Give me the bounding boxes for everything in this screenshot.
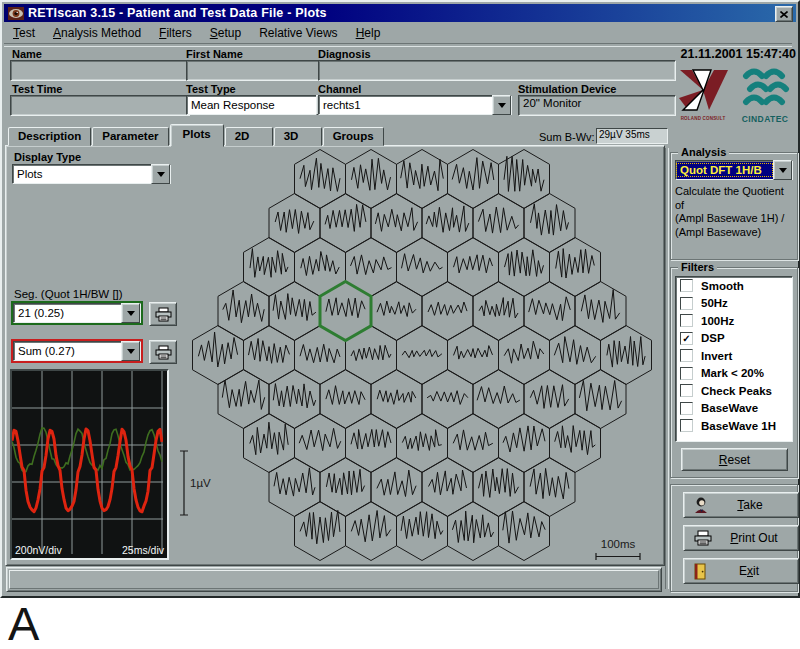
test-type-value: Mean Response bbox=[187, 99, 316, 111]
first-name-label: First Name bbox=[186, 48, 243, 60]
v-scale-bar bbox=[180, 451, 188, 515]
filter-label: 100Hz bbox=[701, 315, 734, 327]
sum-bwv-value: 29µV 35ms bbox=[596, 128, 668, 144]
test-time-field[interactable] bbox=[10, 95, 190, 116]
tab-3d[interactable]: 3D bbox=[274, 127, 322, 146]
filter-mark-20[interactable]: Mark < 20% bbox=[676, 365, 792, 383]
menu-relative-views[interactable]: Relative Views bbox=[250, 25, 346, 41]
status-bar-field bbox=[9, 570, 659, 589]
checkbox-icon[interactable] bbox=[680, 279, 693, 292]
test-time-label: Test Time bbox=[12, 83, 62, 95]
menu-test[interactable]: Test bbox=[4, 25, 44, 41]
filter-smooth[interactable]: Smooth bbox=[676, 277, 792, 295]
filter-basewave[interactable]: BaseWave bbox=[676, 400, 792, 418]
filter-label: BaseWave bbox=[701, 402, 758, 414]
stimulation-device-field[interactable]: 20" Monitor bbox=[518, 95, 676, 116]
close-button[interactable] bbox=[775, 6, 793, 22]
checkbox-icon[interactable] bbox=[680, 367, 693, 380]
tab-description[interactable]: Description bbox=[8, 127, 91, 146]
checkbox-icon[interactable] bbox=[680, 402, 693, 415]
name-field[interactable] bbox=[10, 60, 190, 81]
hexagon-plot: 1µV100ms bbox=[172, 145, 666, 563]
segment-select-red[interactable]: Sum (0.27) bbox=[13, 341, 141, 361]
diagnosis-label: Diagnosis bbox=[318, 48, 371, 60]
menu-help[interactable]: Help bbox=[347, 25, 390, 41]
analysis-value: Quot DFT 1H/B bbox=[676, 163, 773, 177]
menu-filters[interactable]: Filters bbox=[150, 25, 201, 41]
cindatec-logo-text: CINDATEC bbox=[735, 114, 795, 124]
scope-plot bbox=[12, 371, 163, 554]
exit-button-label: Exit bbox=[716, 564, 782, 578]
chevron-down-icon[interactable] bbox=[492, 95, 511, 115]
tab-parameter[interactable]: Parameter bbox=[92, 127, 168, 146]
figure-page: RETIscan 3.15 - Patient and Test Data Fi… bbox=[0, 0, 800, 649]
checkbox-icon[interactable] bbox=[680, 419, 693, 432]
chevron-down-icon[interactable] bbox=[121, 341, 140, 361]
take-button[interactable]: Take bbox=[683, 492, 799, 518]
display-type-select[interactable]: Plots bbox=[12, 164, 171, 184]
reset-button[interactable]: Reset bbox=[681, 448, 788, 471]
segment-select-red-wrap: Sum (0.27) bbox=[11, 339, 143, 363]
print-out-button-label: Print Out bbox=[722, 531, 786, 545]
channel-select[interactable]: rechts1 bbox=[318, 95, 512, 115]
h-scale-bar bbox=[596, 553, 640, 560]
h-scale-label: 100ms bbox=[601, 538, 636, 550]
analysis-description: Calculate the Quotient of (Ampl Basewave… bbox=[675, 185, 793, 239]
eye-icon bbox=[8, 7, 24, 20]
channel-label: Channel bbox=[318, 83, 361, 95]
segment-select-green-wrap: 21 (0.25) bbox=[11, 301, 143, 325]
chevron-down-icon[interactable] bbox=[151, 164, 170, 184]
chevron-down-icon[interactable] bbox=[121, 303, 140, 323]
filter-check-peaks[interactable]: Check Peaks bbox=[676, 382, 792, 400]
person-icon bbox=[694, 497, 708, 513]
checkbox-icon[interactable] bbox=[680, 297, 693, 310]
checkbox-icon[interactable]: ✓ bbox=[680, 332, 693, 345]
scope-red-trace bbox=[12, 429, 162, 512]
filters-list[interactable]: Smooth 50Hz 100Hz ✓ DSP Invert Mark < 20… bbox=[675, 276, 793, 442]
cindatec-logo: CINDATEC bbox=[735, 66, 795, 124]
filters-caption: Filters bbox=[678, 261, 717, 273]
filter-50hz[interactable]: 50Hz bbox=[676, 295, 792, 313]
chevron-down-icon[interactable] bbox=[773, 160, 792, 180]
checkbox-icon[interactable] bbox=[680, 384, 693, 397]
filter-invert[interactable]: Invert bbox=[676, 347, 792, 365]
analysis-caption: Analysis bbox=[678, 146, 729, 158]
tab-plots[interactable]: Plots bbox=[170, 124, 224, 147]
tab-groups[interactable]: Groups bbox=[323, 127, 384, 146]
menu-setup[interactable]: Setup bbox=[201, 25, 250, 41]
segment-select-green[interactable]: 21 (0.25) bbox=[13, 303, 141, 323]
printer-icon bbox=[694, 530, 712, 546]
diagnosis-field[interactable] bbox=[318, 60, 676, 81]
tab-strip: Description Parameter Plots 2D 3D Groups bbox=[8, 125, 385, 146]
test-type-label: Test Type bbox=[186, 83, 236, 95]
filter-label: BaseWave 1H bbox=[701, 420, 776, 432]
roland-logo-mark bbox=[676, 68, 730, 112]
tab-2d[interactable]: 2D bbox=[225, 127, 273, 146]
filter-100hz[interactable]: 100Hz bbox=[676, 312, 792, 330]
printer-icon bbox=[155, 345, 172, 360]
door-icon bbox=[694, 563, 706, 580]
test-type-select[interactable]: Mean Response bbox=[186, 95, 336, 115]
exit-button[interactable]: Exit bbox=[683, 558, 799, 584]
filter-label: Check Peaks bbox=[701, 385, 772, 397]
roland-logo-text: ROLAND CONSULT bbox=[676, 116, 730, 121]
menu-bar: Test Analysis Method Filters Setup Relat… bbox=[4, 23, 792, 42]
display-type-label: Display Type bbox=[14, 151, 81, 163]
v-scale-label: 1µV bbox=[190, 477, 211, 489]
menu-analysis-method[interactable]: Analysis Method bbox=[44, 25, 150, 41]
cindatec-logo-mark bbox=[740, 66, 790, 110]
sum-bwv-label: Sum B-Wv: bbox=[539, 131, 595, 143]
analysis-select[interactable]: Quot DFT 1H/B bbox=[675, 160, 793, 180]
status-bar bbox=[6, 567, 662, 592]
filter-dsp[interactable]: ✓ DSP bbox=[676, 330, 792, 348]
datetime-display: 21.11.2001 15:47:40 bbox=[662, 47, 796, 61]
roland-consult-logo: ROLAND CONSULT bbox=[676, 68, 730, 121]
filter-label: Mark < 20% bbox=[701, 367, 764, 379]
filter-basewave-1h[interactable]: BaseWave 1H bbox=[676, 417, 792, 435]
checkbox-icon[interactable] bbox=[680, 349, 693, 362]
app-window: RETIscan 3.15 - Patient and Test Data Fi… bbox=[0, 0, 800, 598]
printer-icon bbox=[155, 307, 172, 322]
waveform-scope-panel: 200nV/div 25ms/div bbox=[10, 369, 169, 560]
checkbox-icon[interactable] bbox=[680, 314, 693, 327]
print-out-button[interactable]: Print Out bbox=[683, 525, 799, 551]
